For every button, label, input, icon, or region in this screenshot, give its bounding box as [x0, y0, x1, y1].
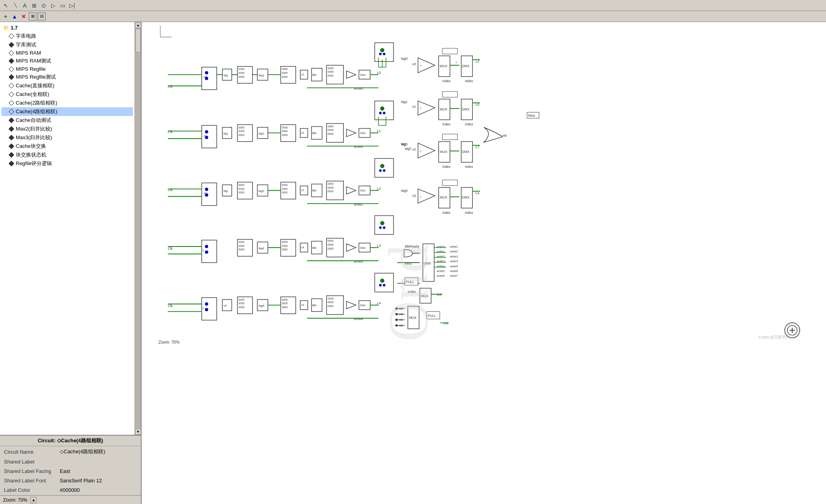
- text-tool[interactable]: A: [20, 1, 29, 10]
- tree-root-label: 1.7: [11, 25, 18, 31]
- svg-text:c4: c4: [301, 303, 304, 307]
- svg-text:tag: tag: [401, 142, 406, 146]
- svg-text:0000: 0000: [328, 301, 334, 304]
- sidebar-inner: 📁 1.7 字库电路 字库测试: [0, 22, 141, 435]
- svg-text:write0: write0: [354, 86, 363, 90]
- prop-row-shared-label: Shared Label: [1, 458, 140, 466]
- diamond-icon-13: [9, 143, 14, 149]
- tree-item-3[interactable]: MIPS RAM测试: [2, 57, 133, 65]
- svg-point-5: [205, 71, 208, 74]
- scroll-up-btn[interactable]: ▲: [135, 22, 141, 28]
- circle-tool[interactable]: ⊙: [39, 1, 48, 10]
- svg-rect-152: [375, 158, 394, 177]
- svg-text:0000: 0000: [238, 302, 244, 305]
- svg-text:tag: tag: [223, 74, 228, 77]
- tree-item-7[interactable]: Cache(全相联): [2, 90, 133, 99]
- tree-item-0[interactable]: 字库电路: [2, 32, 133, 40]
- canvas-area[interactable]: Clk v0 tag 0000 0000 0000: [142, 22, 826, 504]
- tree-item-10[interactable]: Cache自动测试: [2, 116, 133, 125]
- tree-label-12: Max3(归并比较): [16, 134, 52, 141]
- svg-text:write4: write4: [354, 317, 363, 321]
- tree-item-11[interactable]: Max2(归并比较): [2, 125, 133, 133]
- diamond-icon-12: [9, 135, 14, 140]
- tree-item-2[interactable]: MIPS RAM: [2, 49, 133, 57]
- scroll-track: [135, 28, 141, 429]
- tree-item-5[interactable]: MIPS Regfile测试: [2, 73, 133, 81]
- grid-btn1[interactable]: ⊞: [29, 13, 37, 20]
- tree-item-8[interactable]: Cache(2路组相联): [2, 99, 133, 107]
- tree-item-14[interactable]: 块交换状态机: [2, 151, 133, 159]
- delete-btn[interactable]: ✕: [20, 13, 28, 20]
- svg-text:0000: 0000: [328, 297, 334, 300]
- prop-label-facing: Shared Label Facing: [1, 467, 56, 476]
- svg-text:0000: 0000: [328, 132, 334, 135]
- svg-point-153: [380, 164, 384, 168]
- prop-row-shared-label-font: Shared Label Font SansSerif Plain 12: [1, 476, 140, 485]
- svg-point-177: [205, 250, 208, 254]
- tree-item-9[interactable]: Cache(4路组相联): [2, 107, 133, 116]
- tree-item-6[interactable]: Cache(直接相联): [2, 81, 133, 90]
- svg-point-113: [383, 112, 385, 114]
- svg-text:>: >: [420, 107, 421, 110]
- svg-text:Slot: Slot: [360, 189, 365, 192]
- svg-text:>: >: [455, 61, 457, 64]
- svg-text:Clk: Clk: [168, 130, 173, 134]
- prop-value-font: SansSerif Plain 12: [57, 476, 140, 485]
- svg-text:>: >: [420, 150, 421, 153]
- rect-tool[interactable]: ▭: [58, 1, 67, 10]
- svg-text:0000: 0000: [238, 130, 244, 132]
- grid-btn2[interactable]: ⊟: [38, 13, 46, 20]
- tree-item-4[interactable]: MIPS Regfile: [2, 65, 133, 73]
- tree-scrollbar[interactable]: ▲ ▼: [135, 22, 141, 435]
- tree-label-10: Cache自动测试: [16, 117, 51, 124]
- select-tool[interactable]: ╲: [11, 1, 20, 10]
- step-tool[interactable]: ▷|: [68, 1, 76, 10]
- prop-value-circuit-name: ◇Cache(4路组相联): [57, 447, 140, 457]
- svg-text:Blk: Blk: [312, 246, 317, 250]
- svg-text:tag4: tag4: [258, 304, 265, 307]
- prop-label-circuit-name: Circuit Name: [1, 447, 56, 457]
- box-tool[interactable]: ⊞: [30, 1, 39, 10]
- run-tool[interactable]: ▷: [49, 1, 57, 10]
- svg-text:0000: 0000: [328, 67, 334, 70]
- arrow-tool[interactable]: ↖: [2, 1, 10, 10]
- tree-label-14: 块交换状态机: [16, 151, 46, 158]
- svg-rect-175: [202, 240, 217, 263]
- svg-text:Blk: Blk: [312, 304, 317, 307]
- svg-point-112: [379, 112, 382, 114]
- svg-text:0000: 0000: [328, 182, 334, 185]
- diamond-icon-3: [9, 58, 14, 64]
- tree-item-12[interactable]: Max3(归并比较): [2, 133, 133, 142]
- svg-text:0000: 0000: [238, 188, 244, 190]
- svg-text:write3: write3: [450, 255, 458, 258]
- svg-text:0000: 0000: [328, 247, 334, 250]
- svg-point-111: [380, 107, 384, 110]
- tree-root[interactable]: 📁 1.7: [2, 24, 133, 32]
- prop-value-color: #000000: [57, 486, 140, 495]
- tree-item-1[interactable]: 字库测试: [2, 40, 133, 49]
- svg-text:tag1: tag1: [258, 189, 264, 193]
- diamond-icon-5: [9, 74, 14, 80]
- svg-text:write1: write1: [450, 245, 458, 248]
- scroll-thumb[interactable]: [135, 29, 141, 52]
- svg-text:index: index: [465, 211, 473, 215]
- svg-text:DMX: DMX: [462, 64, 470, 68]
- svg-text:0000: 0000: [238, 126, 244, 129]
- zoom-up-btn[interactable]: ▲: [30, 497, 37, 503]
- svg-text:L2: L2: [377, 187, 381, 191]
- add-green-btn[interactable]: +: [2, 13, 9, 20]
- svg-point-39: [383, 53, 385, 55]
- svg-text:Clk: Clk: [168, 304, 173, 308]
- svg-point-176: [205, 245, 208, 248]
- svg-rect-169: [442, 134, 457, 140]
- svg-text:0000: 0000: [282, 130, 288, 132]
- up-btn[interactable]: ▲: [11, 13, 18, 20]
- svg-text:index: index: [465, 122, 473, 126]
- svg-text:0000: 0000: [282, 126, 288, 129]
- tree-item-13[interactable]: Cache块交换: [2, 142, 133, 151]
- tree-label-9: Cache(4路组相联): [16, 108, 57, 115]
- svg-text:v0: v0: [412, 62, 416, 66]
- tree-item-15[interactable]: Regfile评分逻辑: [2, 159, 133, 168]
- scroll-down-btn[interactable]: ▼: [135, 429, 141, 435]
- diamond-icon-4: [9, 66, 14, 72]
